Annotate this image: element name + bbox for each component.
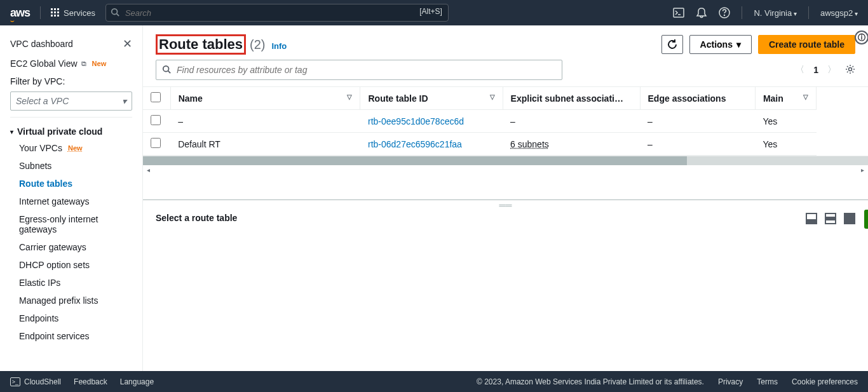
sort-icon[interactable]: ▽: [803, 93, 808, 100]
col-name[interactable]: Name▽: [170, 87, 360, 110]
close-icon[interactable]: ✕: [123, 37, 132, 51]
refresh-icon: [667, 39, 677, 50]
item-label: Internet gateways: [19, 196, 90, 206]
main-layout: VPC dashboard ✕ EC2 Global View ⧉ New Fi…: [0, 25, 868, 371]
scrollbar-thumb[interactable]: [143, 156, 687, 165]
services-menu[interactable]: Services: [51, 8, 95, 18]
footer-language[interactable]: Language: [120, 377, 154, 386]
svg-rect-0: [51, 8, 53, 10]
item-label: Managed prefix lists: [19, 295, 98, 306]
sidebar-item-ec2-global[interactable]: EC2 Global View ⧉ New: [0, 55, 142, 72]
footer-terms[interactable]: Terms: [757, 377, 778, 386]
sidebar-item-route-tables[interactable]: Route tables: [0, 175, 142, 193]
account-menu[interactable]: awsgsp2: [820, 8, 858, 18]
sidebar-item-managed-prefix-lists[interactable]: Managed prefix lists: [0, 292, 142, 309]
search-icon: [111, 8, 119, 18]
refresh-button[interactable]: [661, 35, 683, 54]
detail-bar: Select a route table: [143, 210, 868, 229]
footer-privacy[interactable]: Privacy: [718, 377, 743, 386]
footer-feedback[interactable]: Feedback: [74, 377, 107, 386]
ec2-global-label: EC2 Global View: [10, 58, 78, 69]
item-label: Egress-only internet gateways: [19, 214, 132, 234]
route-tables-table: Name▽ Route table ID▽ Explicit subnet as…: [143, 87, 817, 156]
svg-line-10: [117, 14, 119, 17]
cell-rtid-link[interactable]: rtb-06d27ec6596c21faa: [368, 139, 462, 149]
page-number: 1: [813, 65, 818, 75]
footer-cookies[interactable]: Cookie preferences: [792, 377, 858, 386]
feedback-tab[interactable]: [864, 210, 868, 229]
vpc-select[interactable]: Select a VPC ▾: [10, 91, 132, 111]
item-label: Endpoints: [19, 313, 58, 323]
row-checkbox[interactable]: [151, 138, 161, 148]
footer-cloudshell[interactable]: >_ CloudShell: [10, 377, 61, 386]
layout-full-icon[interactable]: [844, 213, 855, 224]
sidebar-item-endpoints[interactable]: Endpoints: [0, 309, 142, 327]
sidebar-item-your-vpcs[interactable]: Your VPCs New: [0, 139, 142, 157]
external-link-icon: ⧉: [81, 60, 86, 68]
detail-message: Select a route table: [156, 213, 237, 224]
col-subnet[interactable]: Explicit subnet associati…: [503, 87, 640, 110]
page-next[interactable]: 〉: [827, 64, 836, 76]
sidebar-item-dhcp-option-sets[interactable]: DHCP option sets: [0, 256, 142, 274]
col-edge[interactable]: Edge associations: [640, 87, 755, 110]
actions-label: Actions: [700, 39, 733, 50]
sort-icon[interactable]: ▽: [347, 93, 352, 100]
row-checkbox[interactable]: [151, 115, 161, 125]
region-selector[interactable]: N. Virginia: [754, 8, 797, 18]
cell-rtid-link[interactable]: rtb-0ee95c1d0e78cec6d: [368, 116, 464, 126]
sidebar-item-dashboard[interactable]: VPC dashboard ✕: [0, 33, 142, 55]
split-handle[interactable]: ══: [143, 200, 868, 210]
scroll-right-icon[interactable]: ▸: [861, 166, 864, 173]
actions-button[interactable]: Actions ▾: [689, 35, 752, 54]
info-link[interactable]: Info: [271, 41, 287, 51]
sidebar: VPC dashboard ✕ EC2 Global View ⧉ New Fi…: [0, 25, 143, 371]
notifications-icon[interactable]: [696, 7, 707, 18]
svg-line-16: [168, 71, 171, 74]
table-row[interactable]: – rtb-0ee95c1d0e78cec6d – – Yes: [143, 110, 817, 133]
cloudshell-icon[interactable]: [673, 7, 684, 18]
layout-icons: [806, 213, 855, 224]
cell-subnet-link[interactable]: 6 subnets: [510, 139, 549, 149]
divider: [808, 6, 809, 19]
svg-point-15: [163, 66, 169, 72]
sidebar-section-vpc[interactable]: Virtual private cloud: [0, 121, 142, 139]
col-rtid[interactable]: Route table ID▽: [360, 87, 503, 110]
sidebar-item-endpoint-services[interactable]: Endpoint services: [0, 327, 142, 345]
page-prev[interactable]: 〈: [796, 64, 804, 76]
aws-logo[interactable]: aws ⌣: [10, 6, 30, 20]
chevron-down-icon: ▾: [736, 39, 741, 50]
table-row[interactable]: Default RT rtb-06d27ec6596c21faa 6 subne…: [143, 133, 817, 156]
scroll-left-icon[interactable]: ◂: [147, 166, 150, 173]
help-icon[interactable]: [719, 7, 730, 18]
table-wrap: Name▽ Route table ID▽ Explicit subnet as…: [143, 86, 868, 156]
grid-icon: [51, 8, 60, 17]
layout-split-icon[interactable]: [825, 213, 836, 224]
resource-search-input[interactable]: [156, 60, 562, 80]
sidebar-item-egress-gateways[interactable]: Egress-only internet gateways: [0, 210, 142, 238]
sort-icon[interactable]: ▽: [490, 93, 495, 100]
content-pane: ⓘ Route tables (2) Info Actions ▾ Create…: [143, 25, 868, 371]
svg-rect-6: [51, 15, 53, 17]
divider: [742, 6, 742, 19]
settings-icon[interactable]: [845, 64, 855, 76]
select-all-checkbox[interactable]: [151, 92, 161, 102]
sidebar-item-carrier-gateways[interactable]: Carrier gateways: [0, 238, 142, 256]
footer-left: >_ CloudShell Feedback Language: [10, 377, 154, 386]
layout-bottom-icon[interactable]: [806, 213, 817, 224]
item-label: Your VPCs: [19, 143, 62, 153]
sidebar-item-internet-gateways[interactable]: Internet gateways: [0, 193, 142, 210]
services-label: Services: [64, 8, 95, 18]
col-main[interactable]: Main▽: [755, 87, 816, 110]
cell-name: Default RT: [170, 133, 360, 156]
global-search: [Alt+S]: [105, 4, 449, 22]
item-label: Carrier gateways: [19, 242, 86, 252]
sidebar-item-subnets[interactable]: Subnets: [0, 157, 142, 175]
pager: 〈 1 〉: [796, 64, 855, 76]
horizontal-scrollbar[interactable]: [143, 156, 868, 165]
item-label: Subnets: [19, 161, 51, 171]
search-input[interactable]: [105, 4, 449, 22]
sidebar-item-elastic-ips[interactable]: Elastic IPs: [0, 274, 142, 292]
cell-main: Yes: [755, 110, 816, 133]
info-panel-toggle[interactable]: ⓘ: [855, 30, 868, 44]
create-route-table-button[interactable]: Create route table: [758, 35, 855, 54]
